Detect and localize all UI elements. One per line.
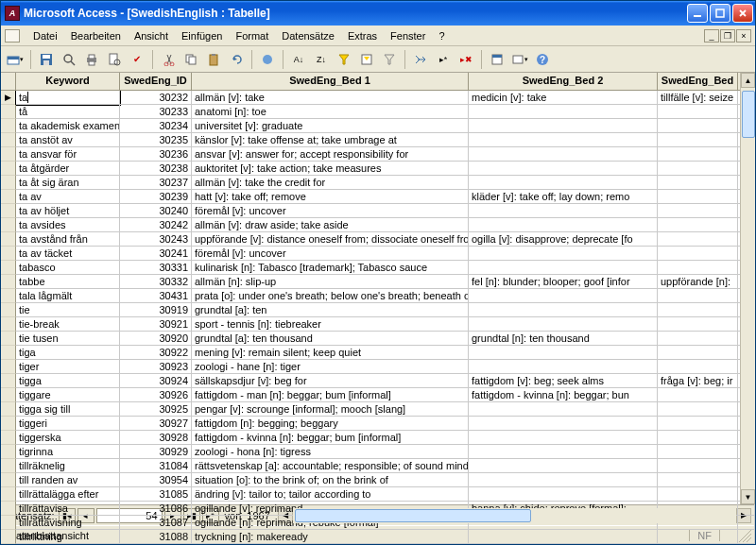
cell[interactable]: tigga sig till bbox=[16, 402, 120, 417]
spell-button[interactable]: ✔ bbox=[127, 49, 147, 70]
cell[interactable]: ogilla [v]: disapprove; deprecate [fo bbox=[469, 232, 658, 247]
column-header[interactable]: Keyword bbox=[16, 73, 120, 91]
cell[interactable] bbox=[469, 445, 658, 459]
cell[interactable] bbox=[469, 346, 658, 360]
row-selector[interactable] bbox=[1, 303, 16, 317]
cell[interactable]: sällskapsdjur [v]: beg for bbox=[192, 374, 469, 388]
cell[interactable] bbox=[658, 119, 738, 133]
cell[interactable]: tiga bbox=[16, 346, 120, 360]
menu-extras[interactable]: Extras bbox=[342, 28, 383, 43]
cell[interactable] bbox=[658, 218, 738, 232]
row-selector[interactable] bbox=[1, 105, 16, 119]
sort-asc-button[interactable]: A↓ bbox=[288, 49, 309, 70]
cell[interactable] bbox=[469, 417, 658, 431]
data-grid[interactable]: KeywordSwedEng_IDSwedEng_Bed 1SwedEng_Be… bbox=[1, 73, 755, 545]
cell[interactable]: ta bbox=[16, 91, 120, 105]
cell[interactable]: fel [n]: blunder; blooper; goof [infor bbox=[469, 275, 658, 289]
scroll-down-icon[interactable]: ▼ bbox=[741, 489, 755, 504]
menu-format[interactable]: Format bbox=[230, 28, 274, 43]
cell[interactable]: allmän [v]: take bbox=[192, 91, 469, 105]
cell[interactable] bbox=[469, 289, 658, 303]
column-header[interactable]: SwedEng_Bed 2 bbox=[469, 73, 658, 91]
preview-button[interactable] bbox=[104, 49, 125, 70]
row-selector[interactable]: ▶ bbox=[1, 91, 16, 105]
cell[interactable]: mening [v]: remain silent; keep quiet bbox=[192, 346, 469, 360]
row-selector[interactable] bbox=[1, 275, 16, 289]
cell[interactable] bbox=[658, 530, 738, 544]
cell[interactable] bbox=[469, 147, 658, 162]
cell[interactable] bbox=[738, 516, 755, 530]
row-selector[interactable] bbox=[1, 261, 16, 275]
paste-button[interactable] bbox=[203, 49, 224, 70]
row-selector[interactable] bbox=[1, 502, 16, 516]
row-selector[interactable] bbox=[1, 162, 16, 176]
cell[interactable]: 30236 bbox=[120, 147, 192, 162]
cell[interactable]: 30243 bbox=[120, 232, 192, 247]
cell[interactable]: känslor [v]: take offense at; take umbra… bbox=[192, 133, 469, 147]
cell[interactable]: situation [o]: to the brink of; on the b… bbox=[192, 473, 469, 487]
menu-help[interactable]: ? bbox=[433, 28, 450, 43]
cell[interactable]: ta av täcket bbox=[16, 247, 120, 261]
cell[interactable]: zoologi - hane [n]: tiger bbox=[192, 360, 469, 374]
cell[interactable] bbox=[658, 105, 738, 119]
cell[interactable]: 31086 bbox=[120, 502, 192, 516]
row-selector[interactable] bbox=[1, 459, 16, 473]
cell[interactable]: tie-break bbox=[16, 317, 120, 332]
cell[interactable] bbox=[658, 176, 738, 190]
row-selector[interactable] bbox=[1, 317, 16, 332]
cell[interactable] bbox=[469, 530, 658, 544]
row-selector[interactable] bbox=[1, 289, 16, 303]
cell[interactable]: tiggerska bbox=[16, 431, 120, 445]
cell[interactable]: hatt [v]: take off; remove bbox=[192, 190, 469, 204]
cell[interactable] bbox=[469, 162, 658, 176]
help-button[interactable]: ? bbox=[532, 49, 553, 70]
cell[interactable]: ta akademisk examen bbox=[16, 119, 120, 133]
cell[interactable] bbox=[469, 317, 658, 332]
cell[interactable]: 30332 bbox=[120, 275, 192, 289]
cell[interactable] bbox=[658, 360, 738, 374]
cut-button[interactable] bbox=[158, 49, 179, 70]
row-selector[interactable] bbox=[1, 360, 16, 374]
cell[interactable] bbox=[469, 360, 658, 374]
window-button[interactable] bbox=[487, 49, 507, 70]
cell[interactable]: 30919 bbox=[120, 303, 192, 317]
cell[interactable]: medicin [v]: take bbox=[469, 91, 658, 105]
cell[interactable]: 31088 bbox=[120, 530, 192, 544]
cell[interactable] bbox=[469, 218, 658, 232]
cell[interactable] bbox=[658, 147, 738, 162]
row-selector[interactable] bbox=[1, 133, 16, 147]
cell[interactable]: tabasco bbox=[16, 261, 120, 275]
new-object-button[interactable]: ▾ bbox=[509, 49, 530, 70]
cell[interactable]: 31084 bbox=[120, 459, 192, 473]
column-header[interactable]: SwedEng_ID bbox=[120, 73, 192, 91]
horizontal-scrollbar[interactable]: ◀ ▶ bbox=[278, 508, 751, 523]
cell[interactable]: grundtal [a]: ten thousand bbox=[192, 332, 469, 346]
close-button[interactable] bbox=[732, 4, 753, 23]
row-selector[interactable] bbox=[1, 346, 16, 360]
cell[interactable]: kulinarisk [n]: Tabasco [trademark]; Tab… bbox=[192, 261, 469, 275]
row-selector[interactable] bbox=[1, 431, 16, 445]
cell[interactable]: uppförande [v]: distance oneself from; d… bbox=[192, 232, 469, 247]
cell[interactable]: grundtal [a]: ten bbox=[192, 303, 469, 317]
row-selector[interactable] bbox=[1, 232, 16, 247]
cell[interactable] bbox=[658, 133, 738, 147]
cell[interactable]: tie bbox=[16, 303, 120, 317]
cell[interactable]: föremål [v]: uncover bbox=[192, 204, 469, 218]
save-button[interactable] bbox=[36, 49, 57, 70]
minimize-button[interactable] bbox=[687, 4, 708, 23]
link-button[interactable] bbox=[257, 49, 278, 70]
cell[interactable]: allmän [n]: slip-up bbox=[192, 275, 469, 289]
row-selector[interactable] bbox=[1, 388, 16, 402]
cell[interactable] bbox=[658, 402, 738, 417]
copy-button[interactable] bbox=[180, 49, 201, 70]
cell[interactable]: 30239 bbox=[120, 190, 192, 204]
cell[interactable]: sport - tennis [n]: tiebreaker bbox=[192, 317, 469, 332]
cell[interactable]: tala lågmält bbox=[16, 289, 120, 303]
cell[interactable] bbox=[658, 289, 738, 303]
filter-selection-button[interactable] bbox=[334, 49, 354, 70]
cell[interactable] bbox=[658, 388, 738, 402]
cell[interactable]: tabbe bbox=[16, 275, 120, 289]
cell[interactable]: fattigdom - kvinna [n]: beggar; bum [inf… bbox=[192, 431, 469, 445]
row-selector[interactable] bbox=[1, 190, 16, 204]
mdi-restore[interactable]: ❐ bbox=[720, 29, 735, 43]
